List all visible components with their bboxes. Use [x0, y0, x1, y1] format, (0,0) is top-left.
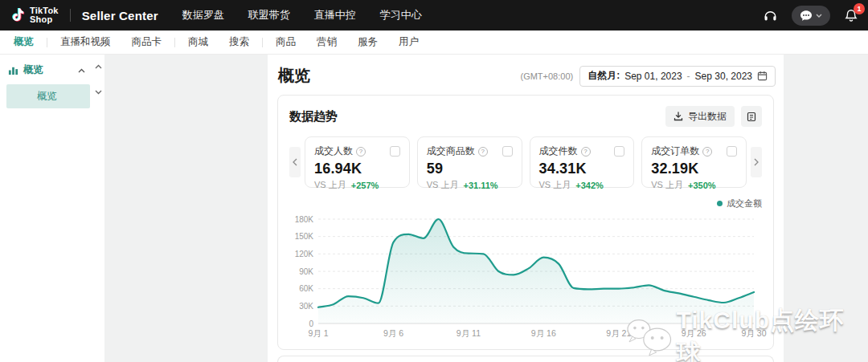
help-icon[interactable]: ? — [356, 147, 366, 157]
metric-delta: +31.11% — [463, 181, 497, 190]
metric-delta: +257% — [351, 181, 379, 190]
carousel-right-arrow[interactable] — [751, 147, 762, 177]
sidebar: 概览 概览 — [0, 55, 104, 362]
svg-text:150K: 150K — [295, 232, 314, 241]
metric-card-products-sold[interactable]: 成交商品数 ? 59 VS 上月 +31.11% — [417, 136, 522, 188]
sidebar-scrollbar — [93, 64, 104, 95]
vs-last-month-label: VS 上月 — [651, 179, 683, 191]
next-section-card-top — [277, 356, 774, 362]
metric-card-units-sold[interactable]: 成交件数 ? 34.31K VS 上月 +342% — [530, 136, 635, 188]
help-icon[interactable]: ? — [581, 147, 591, 157]
data-trend-card: 数据趋势 导出数据 — [277, 95, 774, 350]
svg-text:9月 6: 9月 6 — [383, 328, 403, 338]
svg-text:9月 1: 9月 1 — [308, 328, 328, 338]
topbar-divider — [70, 9, 71, 22]
metric-label: 成交件数 — [539, 144, 578, 158]
legend-label: 成交金额 — [727, 197, 762, 209]
trend-chart-container[interactable]: 030K60K90K120K150K180K9月 19月 69月 119月 16… — [289, 211, 762, 341]
metric-delta: +342% — [575, 181, 604, 190]
metric-value: 16.94K — [314, 161, 400, 177]
svg-text:180K: 180K — [295, 215, 314, 224]
vs-last-month-label: VS 上月 — [427, 179, 459, 191]
carousel-left-arrow[interactable] — [289, 147, 301, 177]
sidebar-item-overview[interactable]: 概览 — [6, 84, 90, 108]
clipboard-icon — [747, 112, 756, 122]
subnav-separator — [174, 38, 175, 47]
tab-mall[interactable]: 商城 — [178, 35, 219, 49]
subnav-separator — [262, 38, 263, 47]
date-controls: (GMT+08:00) 自然月: Sep 01, 2023 - Sep 30, … — [520, 66, 776, 87]
metric-value: 59 — [427, 161, 513, 177]
tab-marketing[interactable]: 营销 — [306, 35, 347, 49]
tiktok-note-icon — [10, 6, 26, 24]
metric-card-orders[interactable]: 成交订单数 ? 32.19K VS 上月 +350% — [641, 136, 747, 188]
scroll-down-icon[interactable] — [95, 90, 102, 95]
download-icon — [674, 112, 683, 121]
vs-last-month-label: VS 上月 — [314, 179, 346, 191]
svg-text:9月 26: 9月 26 — [682, 328, 706, 338]
date-range-picker[interactable]: 自然月: Sep 01, 2023 - Sep 30, 2023 — [579, 66, 776, 87]
sidebar-group-label: 概览 — [23, 63, 43, 77]
subnav-separator — [47, 38, 47, 47]
tiktok-shop-logo[interactable]: TikTok Shop — [10, 6, 59, 24]
sidebar-group-overview[interactable]: 概览 — [0, 55, 104, 82]
bar-chart-icon — [8, 65, 18, 75]
timezone-label: (GMT+08:00) — [520, 71, 573, 81]
help-icon[interactable]: ? — [478, 147, 488, 157]
page-title: 概览 — [278, 65, 310, 87]
svg-text:30K: 30K — [299, 302, 313, 311]
main-panel: 概览 (GMT+08:00) 自然月: Sep 01, 2023 - Sep 3… — [268, 55, 784, 362]
metric-checkbox[interactable] — [727, 146, 737, 157]
trend-card-header: 数据趋势 导出数据 — [289, 106, 762, 127]
seller-center-title: Seller Center — [82, 9, 158, 22]
tab-live-and-video[interactable]: 直播和视频 — [50, 35, 121, 49]
metric-checkbox[interactable] — [614, 146, 624, 157]
scroll-up-icon[interactable] — [95, 64, 102, 69]
metric-card-buyers[interactable]: 成交人数 ? 16.94K VS 上月 +257% — [305, 136, 410, 188]
chat-messages-button[interactable] — [792, 6, 830, 26]
tab-service[interactable]: 服务 — [347, 35, 388, 49]
tab-product-card[interactable]: 商品卡 — [121, 35, 173, 49]
calendar-icon — [757, 71, 768, 81]
date-end: Sep 30, 2023 — [695, 71, 752, 82]
date-mode-label: 自然月: — [588, 69, 620, 83]
chat-bubble-icon — [800, 10, 813, 22]
report-clipboard-button[interactable] — [741, 106, 762, 127]
svg-text:9月 30: 9月 30 — [742, 328, 767, 338]
dashboard-subnav: 概览 直播和视频 商品卡 商城 搜索 商品 营销 服务 用户 — [0, 31, 868, 55]
menu-affiliate[interactable]: 联盟带货 — [248, 8, 290, 22]
metrics-carousel: 成交人数 ? 16.94K VS 上月 +257% 成交商品数 — [289, 136, 762, 188]
help-icon[interactable]: ? — [702, 147, 712, 157]
chart-legend: 成交金额 — [289, 197, 762, 209]
logo-wordmark: TikTok Shop — [30, 6, 59, 24]
svg-text:0: 0 — [309, 319, 313, 328]
menu-live-console[interactable]: 直播中控 — [314, 8, 356, 22]
top-navbar: TikTok Shop Seller Center 数据罗盘 联盟带货 直播中控… — [0, 0, 868, 31]
trend-card-title: 数据趋势 — [289, 109, 338, 124]
workspace-background: 概览 概览 概览 (GMT+08:00) 自然月: Sep 01, 2023 — [0, 55, 868, 362]
svg-text:120K: 120K — [295, 250, 314, 258]
svg-text:90K: 90K — [299, 267, 313, 276]
tab-overview[interactable]: 概览 — [3, 35, 44, 49]
metric-value: 32.19K — [651, 161, 737, 177]
metric-value: 34.31K — [539, 161, 625, 177]
chevron-down-icon — [816, 14, 822, 18]
notification-badge: 1 — [854, 3, 865, 14]
export-data-button[interactable]: 导出数据 — [665, 106, 735, 127]
notifications-bell-button[interactable]: 1 — [844, 8, 858, 23]
metrics-row: 成交人数 ? 16.94K VS 上月 +257% 成交商品数 — [305, 136, 747, 188]
tab-product[interactable]: 商品 — [265, 35, 306, 49]
tab-user[interactable]: 用户 — [388, 35, 429, 49]
menu-data-compass[interactable]: 数据罗盘 — [182, 8, 224, 22]
svg-text:9月 16: 9月 16 — [531, 328, 556, 338]
svg-text:9月 21: 9月 21 — [606, 328, 631, 338]
menu-learning-center[interactable]: 学习中心 — [380, 8, 422, 22]
tab-search[interactable]: 搜索 — [219, 35, 260, 49]
headset-support-icon[interactable] — [763, 8, 778, 23]
trend-card-actions: 导出数据 — [665, 106, 762, 127]
chevron-up-icon[interactable] — [78, 68, 85, 73]
vs-last-month-label: VS 上月 — [539, 179, 571, 191]
metric-checkbox[interactable] — [502, 146, 513, 157]
date-start: Sep 01, 2023 — [624, 71, 682, 82]
metric-checkbox[interactable] — [390, 146, 400, 157]
